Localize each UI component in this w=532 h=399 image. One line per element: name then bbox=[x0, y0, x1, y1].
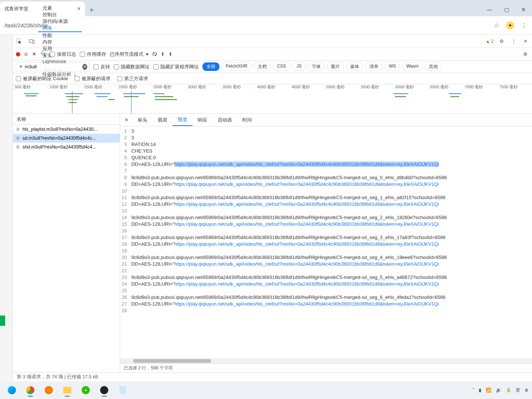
timeline-tick: 7500 毫秒 bbox=[497, 84, 532, 91]
devtools-tab-元素[interactable]: 元素 bbox=[38, 5, 82, 11]
taskbar-wechat-icon[interactable]: ✦ bbox=[78, 383, 94, 398]
timeline-tick: 4000 毫秒 bbox=[255, 84, 290, 91]
blocked-cookies-checkbox[interactable]: 被屏蔽的响应 Cookie bbox=[16, 75, 68, 82]
name-column-header[interactable]: 名称 bbox=[13, 114, 120, 125]
taskbar-explorer-icon[interactable] bbox=[59, 383, 75, 398]
extension-icon[interactable]: ✦ bbox=[506, 21, 514, 30]
filter-input-box[interactable]: ▼ ✕ bbox=[16, 62, 90, 71]
detail-tab-标头[interactable]: 标头 bbox=[133, 114, 153, 126]
filter-type-文档[interactable]: 文档 bbox=[254, 62, 271, 71]
filter-type-媒体[interactable]: 媒体 bbox=[346, 62, 363, 71]
tray-chevron-icon[interactable]: ˄ bbox=[472, 388, 474, 393]
windows-taskbar: ✦ ˄ ▮ 📶 🔊 🔋 英 ⊕ bbox=[0, 381, 532, 399]
close-window-button[interactable]: ✕ bbox=[515, 3, 532, 16]
clear-filter-icon[interactable]: ✕ bbox=[82, 64, 87, 70]
filter-type-字体[interactable]: 字体 bbox=[308, 62, 325, 71]
detail-tab-载荷[interactable]: 载荷 bbox=[153, 114, 173, 126]
timeline-tick: 2500 毫秒 bbox=[151, 84, 186, 91]
maximize-button[interactable]: ▢ bbox=[498, 3, 515, 16]
taskbar-edge-icon[interactable] bbox=[4, 383, 20, 398]
tray-security-icon[interactable]: ▮ bbox=[479, 388, 481, 393]
page-green-element bbox=[0, 316, 5, 326]
issues-warning-badge[interactable]: ▲ 2 bbox=[485, 39, 494, 44]
filter-type-CSS[interactable]: CSS bbox=[273, 62, 290, 71]
ime-indicator[interactable]: 英 bbox=[516, 387, 520, 393]
search-icon[interactable]: 🔍 bbox=[40, 51, 46, 57]
devtools-tab-控制台[interactable]: 控制台 bbox=[38, 11, 82, 18]
export-har-icon[interactable]: ⬇ bbox=[168, 51, 173, 57]
timeline-tick: 500 毫秒 bbox=[13, 84, 48, 91]
clear-button[interactable]: ⊘ bbox=[24, 51, 28, 57]
taskbar-notepad-icon[interactable] bbox=[115, 383, 131, 398]
minimize-button[interactable]: — bbox=[481, 3, 498, 16]
filter-type-JS[interactable]: JS bbox=[292, 62, 306, 71]
invert-checkbox[interactable]: 反转 bbox=[93, 64, 110, 70]
tray-wifi-icon[interactable]: 📶 bbox=[486, 388, 491, 393]
detail-tab-响应[interactable]: 响应 bbox=[192, 114, 212, 126]
timeline-tick: 3000 毫秒 bbox=[186, 84, 221, 91]
filter-type-WS[interactable]: WS bbox=[385, 62, 400, 71]
throttling-select[interactable]: 已停用节流模式 ▾ bbox=[110, 51, 149, 58]
filter-type-图片[interactable]: 图片 bbox=[327, 62, 344, 71]
filter-type-全部[interactable]: 全部 bbox=[202, 62, 219, 71]
network-toolbar: ⊘ ▼ 🔍 保留日志 停用缓存 已停用节流模式 ▾ 🗘 ⬆ ⬇ ⚙ bbox=[13, 48, 532, 61]
file-icon: 🗎 bbox=[16, 136, 20, 141]
preserve-log-checkbox[interactable]: 保留日志 bbox=[50, 51, 76, 58]
browser-menu-icon[interactable]: ⋮ bbox=[520, 22, 528, 29]
filter-input[interactable] bbox=[25, 64, 82, 69]
detail-tab-启动器[interactable]: 启动器 bbox=[212, 114, 237, 126]
new-tab-button[interactable]: ＋ bbox=[85, 3, 98, 16]
taskbar-chrome-icon[interactable] bbox=[22, 383, 38, 398]
tray-battery-icon[interactable]: 🔋 bbox=[506, 388, 511, 393]
request-row[interactable]: 🗎hls_playlist.m3u8?resNo=0a24430... bbox=[13, 125, 120, 134]
device-toolbar-icon[interactable] bbox=[25, 38, 38, 44]
filter-type-清单[interactable]: 清单 bbox=[365, 62, 382, 71]
tray-misc-icon[interactable]: ⊕ bbox=[525, 388, 528, 393]
hide-data-urls-checkbox[interactable]: 隐藏数据网址 bbox=[114, 64, 150, 70]
network-filter-bar-2: 被屏蔽的响应 Cookie 被屏蔽的请求 第三方请求 bbox=[13, 73, 532, 84]
filter-toggle-icon[interactable]: ▼ bbox=[32, 51, 37, 57]
svg-rect-2 bbox=[33, 40, 34, 44]
preview-code-area[interactable]: 1234567891011121314151617181920212223242… bbox=[120, 126, 532, 364]
import-har-icon[interactable]: ⬆ bbox=[161, 51, 165, 57]
disable-cache-checkbox[interactable]: 停用缓存 bbox=[80, 51, 106, 58]
devtools-tabs: 元素控制台源代码/来源网络性能内存应用安全Lighthouse记录器⭳性能数据分… bbox=[13, 35, 532, 48]
close-detail-icon[interactable]: ✕ bbox=[120, 117, 133, 123]
devtools-close-icon[interactable]: ✕ bbox=[522, 38, 529, 45]
timeline-tick: 6500 毫秒 bbox=[428, 84, 463, 91]
hide-ext-urls-checkbox[interactable]: 隐藏扩展程序网址 bbox=[153, 64, 199, 70]
page-content-strip bbox=[0, 35, 13, 381]
network-timeline[interactable]: 500 毫秒1000 毫秒1500 毫秒2000 毫秒2500 毫秒3000 毫… bbox=[13, 84, 532, 114]
network-conditions-icon[interactable]: 🗘 bbox=[152, 51, 157, 57]
network-settings-gear-icon[interactable]: ⚙ bbox=[522, 51, 529, 58]
network-filter-bar: ▼ ✕ 反转 隐藏数据网址 隐藏扩展程序网址 全部Fetch/XHR文档CSSJ… bbox=[13, 61, 532, 73]
third-party-checkbox[interactable]: 第三方请求 bbox=[117, 75, 148, 82]
request-row[interactable]: 🗎sd.m3u8?resNo=0a24430f5d4c4c... bbox=[13, 134, 120, 143]
timeline-tick: 5500 毫秒 bbox=[359, 84, 394, 91]
devtools-tab-性能[interactable]: 性能 bbox=[38, 32, 82, 39]
devtools-tab-网络[interactable]: 网络 bbox=[38, 25, 82, 32]
inspect-element-icon[interactable] bbox=[13, 38, 25, 44]
timeline-tick: 1500 毫秒 bbox=[82, 84, 117, 91]
blocked-requests-checkbox[interactable]: 被屏蔽的请求 bbox=[75, 75, 110, 82]
funnel-icon: ▼ bbox=[18, 64, 23, 69]
bookmark-star-icon[interactable]: ☆ bbox=[493, 22, 500, 29]
taskbar-firefox-icon[interactable] bbox=[41, 383, 57, 398]
filter-type-Fetch/XHR[interactable]: Fetch/XHR bbox=[222, 62, 252, 71]
detail-tab-时间[interactable]: 时间 bbox=[237, 114, 257, 126]
detail-tabs: ✕ 标头载荷预览响应启动器时间 bbox=[120, 114, 532, 126]
devtools-tab-源代码/来源[interactable]: 源代码/来源 bbox=[38, 18, 82, 25]
file-icon: 🗎 bbox=[16, 127, 20, 132]
horizontal-scrollbar[interactable] bbox=[120, 358, 532, 364]
filter-type-其他[interactable]: 其他 bbox=[425, 62, 442, 71]
settings-gear-icon[interactable]: ⚙ bbox=[498, 38, 505, 45]
devtools-menu-icon[interactable]: ⋮ bbox=[510, 38, 517, 45]
devtools-tab-内存[interactable]: 内存 bbox=[38, 39, 82, 45]
timeline-tick: 4500 毫秒 bbox=[290, 84, 324, 91]
tray-volume-icon[interactable]: 🔊 bbox=[496, 388, 501, 393]
request-row[interactable]: 🗎shd.m3u8?resNo=0a24430f5d4c4... bbox=[13, 143, 120, 151]
record-button[interactable] bbox=[16, 52, 20, 57]
filter-type-Wasm[interactable]: Wasm bbox=[402, 62, 423, 71]
taskbar-obs-icon[interactable] bbox=[96, 383, 112, 398]
detail-tab-预览[interactable]: 预览 bbox=[173, 114, 192, 126]
